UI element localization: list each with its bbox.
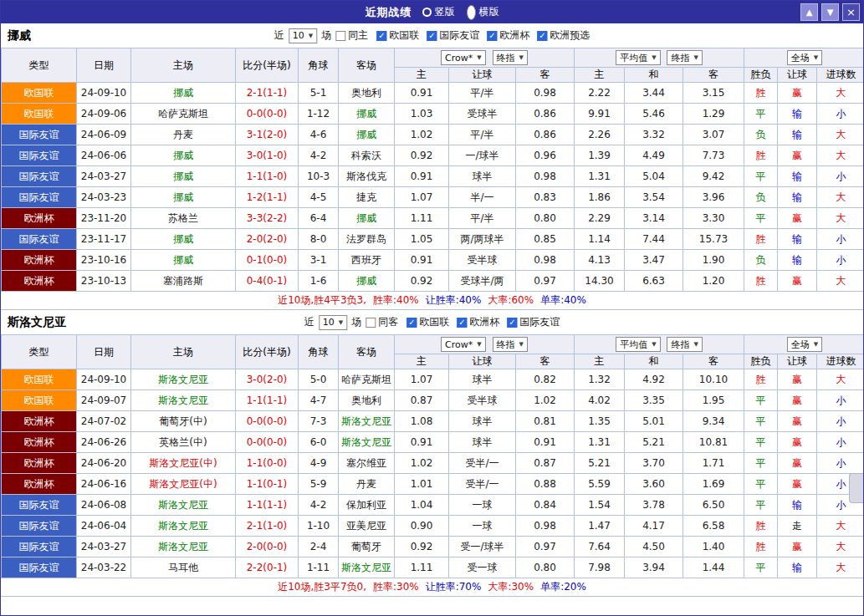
competition-filter[interactable]: 欧洲杯 [487,28,529,43]
scope-select[interactable]: 全场▼ [787,337,822,352]
home-team[interactable]: 斯洛文尼亚 [131,495,236,516]
home-team[interactable]: 斯洛文尼亚 [131,516,236,537]
competition-badge: 国际友谊 [2,557,77,578]
away-odds: 1.02 [516,390,575,411]
checkbox[interactable] [457,318,467,328]
away-team[interactable]: 法罗群岛 [339,229,395,250]
checkbox[interactable] [487,31,497,41]
corner-score: 5-0 [299,369,339,390]
bookmaker-select[interactable]: Crow*▼ [441,50,486,65]
avg-home-odds: 4.13 [575,250,625,271]
home-team[interactable]: 斯洛文尼亚(中) [131,474,236,495]
venue-checkbox[interactable] [335,31,345,41]
away-team[interactable]: 挪威 [339,125,395,145]
home-team[interactable]: 挪威 [131,187,236,208]
layout-radios: 竖版横版 [422,5,499,20]
away-team[interactable]: 葡萄牙 [339,537,395,557]
odds-stage-select[interactable]: 终指▼ [493,337,528,352]
away-team[interactable]: 保加利亚 [339,495,395,516]
home-odds: 1.07 [395,369,449,390]
competition-badge: 欧洲杯 [2,453,77,474]
checkbox[interactable] [537,31,547,41]
away-team[interactable]: 斯洛文尼亚 [339,432,395,453]
handicap-line: 半/一 [449,187,516,208]
away-team[interactable]: 奥地利 [339,390,395,411]
avg-home-odds: 1.14 [575,229,625,250]
home-team[interactable]: 英格兰(中) [131,432,236,453]
checkbox[interactable] [507,318,517,328]
radio-icon[interactable] [422,8,432,17]
home-team[interactable]: 挪威 [131,250,236,271]
away-odds: 0.87 [516,453,575,474]
floating-widget[interactable] [849,473,863,503]
home-team[interactable]: 斯洛文尼亚(中) [131,453,236,474]
away-team[interactable]: 奥地利 [339,83,395,104]
competition-filter[interactable]: 欧国联 [406,315,449,329]
away-team[interactable]: 挪威 [339,271,395,292]
average-select[interactable]: 平均值▼ [616,50,660,65]
close-button[interactable]: × [842,3,860,21]
home-team[interactable]: 斯洛文尼亚 [131,537,236,557]
home-team[interactable]: 挪威 [131,145,236,166]
home-team[interactable]: 苏格兰 [131,208,236,229]
odds-stage-select[interactable]: 终指▼ [493,50,528,65]
checkbox[interactable] [406,318,417,328]
recent-count-select[interactable]: 10▼ [289,28,317,43]
away-team[interactable]: 捷克 [339,187,395,208]
home-team[interactable]: 挪威 [131,83,236,104]
home-team[interactable]: 斯洛文尼亚 [131,390,236,411]
venue-filter[interactable]: 同主 [335,28,368,43]
away-team[interactable]: 斯洛伐克 [339,166,395,187]
result-goals: 大 [817,557,864,578]
competition-filter[interactable]: 国际友谊 [507,315,560,329]
scope-select[interactable]: 全场▼ [787,50,822,65]
unit-label: 场 [351,315,361,329]
bookmaker-select[interactable]: Crow*▼ [441,337,486,352]
away-team[interactable]: 丹麦 [339,474,395,495]
home-team[interactable]: 塞浦路斯 [131,271,236,292]
competition-filter[interactable]: 国际友谊 [427,28,479,43]
venue-filter[interactable]: 同客 [366,315,398,329]
away-team[interactable]: 科索沃 [339,145,395,166]
away-team[interactable]: 西班牙 [339,250,395,271]
competition-badge: 欧洲杯 [2,250,77,271]
home-odds: 1.04 [395,495,449,516]
competition-filter[interactable]: 欧洲杯 [457,315,499,329]
competition-filter[interactable]: 欧洲预选 [537,28,590,43]
scroll-up-button[interactable]: ▲ [800,3,818,21]
away-team[interactable]: 斯洛文尼亚 [339,411,395,432]
home-odds: 1.05 [395,229,449,250]
average-stage-select[interactable]: 终指▼ [667,50,702,65]
average-stage-select[interactable]: 终指▼ [667,337,702,352]
radio-icon[interactable] [467,5,476,20]
away-team[interactable]: 挪威 [339,208,395,229]
away-team[interactable]: 挪威 [339,104,395,125]
home-team[interactable]: 哈萨克斯坦 [131,104,236,125]
handicap-line: 受一/球半 [449,537,516,557]
recent-count-select[interactable]: 10▼ [319,315,347,330]
home-team[interactable]: 斯洛文尼亚 [131,369,236,390]
away-team[interactable]: 斯洛文尼亚 [339,557,395,578]
result-handicap: 输 [778,557,817,578]
checkbox[interactable] [427,31,437,41]
avg-home-odds: 1.54 [575,495,625,516]
layout-radio-selected[interactable]: 横版 [467,5,499,20]
average-select[interactable]: 平均值▼ [616,337,660,352]
home-team[interactable]: 丹麦 [131,125,236,145]
home-odds: 0.90 [395,516,449,537]
venue-checkbox[interactable] [366,318,376,328]
away-team[interactable]: 亚美尼亚 [339,516,395,537]
competition-filter-label: 欧国联 [419,315,449,329]
avg-away-odds: 1.95 [683,390,744,411]
home-team[interactable]: 马耳他 [131,557,236,578]
home-team[interactable]: 挪威 [131,229,236,250]
home-team[interactable]: 葡萄牙(中) [131,411,236,432]
scroll-down-button[interactable]: ▼ [821,3,839,21]
away-team[interactable]: 塞尔维亚 [339,453,395,474]
away-team[interactable]: 哈萨克斯坦 [339,369,395,390]
result-handicap: 赢 [778,411,817,432]
competition-filter[interactable]: 欧国联 [376,28,419,43]
layout-radio-option[interactable]: 竖版 [422,5,455,19]
checkbox[interactable] [376,31,386,41]
home-team[interactable]: 挪威 [131,166,236,187]
